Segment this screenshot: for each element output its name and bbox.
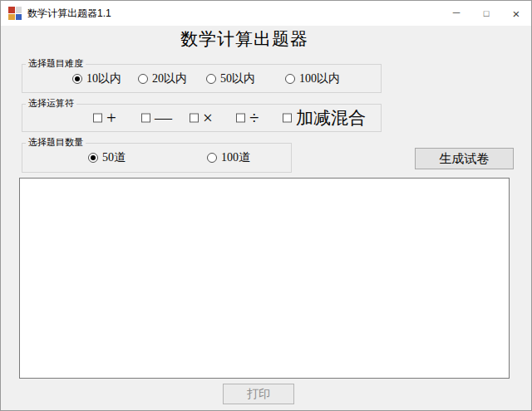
output-textarea[interactable] (19, 178, 510, 379)
generate-paper-button[interactable]: 生成试卷 (415, 148, 514, 169)
maximize-icon: □ (484, 8, 490, 18)
difficulty-group-label: 选择题目难度 (26, 58, 86, 69)
checkbox-label: ÷ (249, 110, 259, 127)
radio-icon (138, 74, 148, 84)
app-window: 数学计算出题器1.1 ─ □ × 数学计算出题器 选择题目难度 10以内 20以 (0, 0, 532, 411)
checkbox-label: + (106, 110, 116, 127)
window-controls: ─ □ × (441, 1, 531, 26)
client-area: 数学计算出题器 选择题目难度 10以内 20以内 50以内 100以内 选 (1, 26, 531, 410)
radio-label: 20以内 (152, 73, 187, 85)
radio-label: 10以内 (86, 73, 121, 85)
radio-difficulty-100[interactable]: 100以内 (285, 73, 340, 85)
checkbox-icon (141, 114, 150, 123)
radio-icon (72, 74, 82, 84)
window-title: 数学计算出题器1.1 (27, 7, 111, 21)
radio-label: 100以内 (299, 73, 340, 85)
operators-group-label: 选择运算符 (26, 98, 76, 109)
radio-difficulty-20[interactable]: 20以内 (138, 73, 187, 85)
checkbox-divide[interactable]: ÷ (236, 110, 259, 127)
radio-label: 50以内 (220, 73, 255, 85)
title-bar: 数学计算出题器1.1 ─ □ × (1, 1, 531, 26)
radio-difficulty-50[interactable]: 50以内 (206, 73, 255, 85)
minimize-icon: ─ (453, 7, 461, 18)
app-icon (8, 7, 22, 20)
checkbox-plus[interactable]: + (93, 110, 116, 127)
operators-group: 选择运算符 + — × ÷ 加减混合 (22, 104, 382, 132)
close-icon: × (513, 7, 520, 21)
checkbox-icon (283, 114, 292, 123)
radio-icon (206, 74, 216, 84)
quantity-group-label: 选择题目数量 (26, 137, 86, 148)
minimize-button[interactable]: ─ (441, 1, 471, 26)
checkbox-mixed-add-sub[interactable]: 加减混合 (283, 110, 366, 127)
checkbox-minus[interactable]: — (141, 110, 172, 127)
radio-difficulty-10[interactable]: 10以内 (72, 73, 121, 85)
checkbox-icon (190, 114, 199, 123)
checkbox-label: — (155, 110, 172, 127)
radio-icon (88, 153, 98, 163)
radio-label: 50道 (102, 152, 126, 164)
checkbox-label: 加减混合 (296, 110, 366, 127)
radio-icon (207, 153, 217, 163)
checkbox-label: × (203, 110, 213, 127)
difficulty-group: 选择题目难度 10以内 20以内 50以内 100以内 (22, 64, 382, 93)
page-title: 数学计算出题器 (1, 27, 488, 51)
quantity-group: 选择题目数量 50道 100道 (22, 143, 292, 173)
radio-quantity-100[interactable]: 100道 (207, 152, 250, 164)
close-button[interactable]: × (501, 1, 531, 26)
checkbox-multiply[interactable]: × (190, 110, 213, 127)
checkbox-icon (236, 114, 245, 123)
radio-quantity-50[interactable]: 50道 (88, 152, 126, 164)
maximize-button[interactable]: □ (471, 1, 501, 26)
checkbox-icon (93, 114, 102, 123)
radio-icon (285, 74, 295, 84)
print-button[interactable]: 打印 (223, 384, 294, 404)
radio-label: 100道 (221, 152, 250, 164)
